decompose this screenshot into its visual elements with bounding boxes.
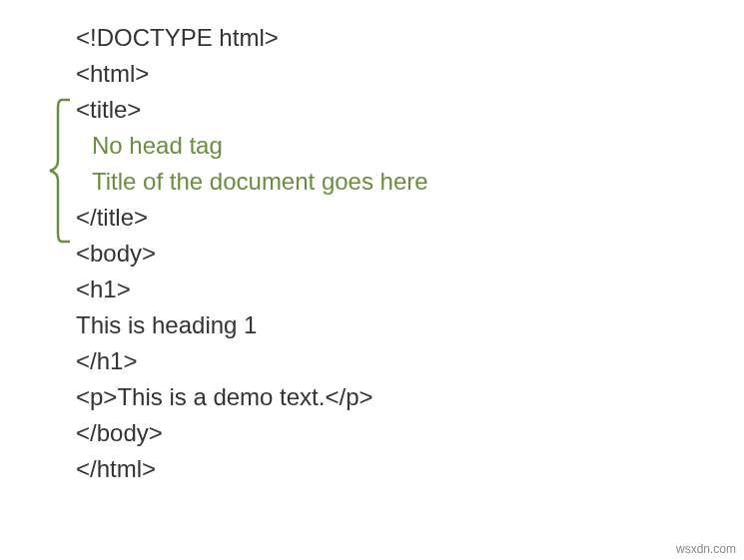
code-line-heading-text: This is heading 1 (76, 307, 744, 343)
code-line-h1-open: <h1> (76, 272, 744, 307)
code-line-comment-1: No head tag (76, 128, 744, 164)
code-line-paragraph: <p>This is a demo text.</p> (76, 379, 744, 415)
code-line-doctype: <!DOCTYPE html> (76, 20, 744, 56)
code-block: <!DOCTYPE html> <html> <title> No head t… (0, 20, 744, 487)
code-line-body-open: <body> (76, 236, 744, 272)
code-line-html-open: <html> (76, 56, 744, 92)
code-line-comment-2: Title of the document goes here (76, 164, 744, 200)
code-line-h1-close: </h1> (76, 343, 744, 379)
code-line-body-close: </body> (76, 415, 744, 451)
code-line-title-open: <title> (76, 92, 744, 128)
curly-brace-annotation (44, 98, 72, 244)
code-line-title-close: </title> (76, 200, 744, 236)
watermark-text: wsxdn.com (676, 542, 736, 556)
code-line-html-close: </html> (76, 451, 744, 487)
